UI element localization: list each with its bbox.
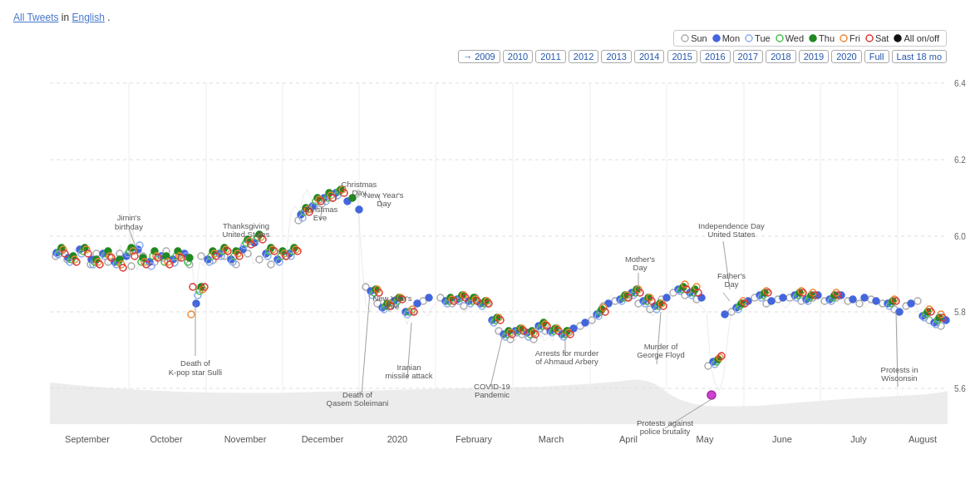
jump-button-2017[interactable]: 2017	[733, 50, 763, 63]
svg-point-184	[861, 294, 868, 301]
legend-label: Fri	[849, 33, 860, 43]
svg-point-127	[193, 300, 199, 307]
jump-button-2010[interactable]: 2010	[503, 50, 533, 63]
subtitle-period: .	[107, 12, 110, 23]
svg-point-315	[186, 254, 193, 261]
legend-item-sat[interactable]: Sat	[865, 33, 889, 43]
jump-button-2016[interactable]: 2016	[700, 50, 730, 63]
jump-button-2019[interactable]: 2019	[799, 50, 829, 63]
jump-button-last18mo[interactable]: Last 18 mo	[892, 50, 947, 63]
svg-text:November: November	[224, 434, 267, 444]
svg-point-167	[663, 294, 670, 301]
jump-row: → 2009 2010 2011 2012 2013 2014 2015 201…	[0, 48, 980, 67]
jump-button-2014[interactable]: 2014	[634, 50, 664, 63]
legend-item-fri[interactable]: Fri	[840, 33, 860, 43]
legend-label: All on/off	[904, 33, 939, 43]
svg-text:Pandemic: Pandemic	[475, 390, 510, 399]
legend-label: Mon	[722, 33, 740, 43]
subtitle: All Tweets in English .	[0, 12, 980, 28]
svg-text:Eve: Eve	[386, 302, 399, 311]
jump-button-2011[interactable]: 2011	[535, 50, 565, 63]
svg-text:6.4: 6.4	[954, 79, 966, 88]
svg-text:birthday: birthday	[115, 222, 143, 231]
svg-point-146	[414, 300, 421, 307]
svg-text:United States: United States	[707, 230, 755, 239]
legend-item-wed[interactable]: Wed	[776, 33, 804, 43]
svg-text:Death of: Death of	[180, 358, 210, 368]
svg-text:December: December	[302, 434, 344, 444]
page-title	[0, 0, 980, 12]
svg-point-4	[810, 35, 816, 42]
svg-point-183	[849, 296, 856, 303]
svg-text:2020: 2020	[387, 434, 407, 444]
svg-point-187	[896, 309, 903, 315]
svg-text:6.2: 6.2	[954, 156, 966, 165]
legend-label: Thu	[819, 33, 835, 43]
legend-label: Sat	[875, 33, 889, 43]
svg-text:Eve: Eve	[313, 213, 327, 222]
svg-point-141	[356, 206, 362, 213]
svg-point-185	[873, 298, 879, 304]
svg-text:5.6: 5.6	[954, 384, 966, 393]
svg-text:of Ahmaud Arbery: of Ahmaud Arbery	[535, 357, 598, 366]
svg-text:K-pop star Sulli: K-pop star Sulli	[169, 368, 222, 377]
legend-item-thu[interactable]: Thu	[809, 33, 835, 43]
svg-text:Day: Day	[725, 279, 739, 289]
all-tweets-link[interactable]: All Tweets	[13, 12, 58, 23]
svg-text:police brutality: police brutality	[640, 427, 691, 436]
svg-point-311	[140, 254, 146, 261]
legend-label: Tue	[755, 33, 771, 43]
jump-button-2018[interactable]: 2018	[766, 50, 795, 63]
day-legend: SunMonTueWedThuFriSatAll on/off	[673, 30, 947, 47]
jump-button-2012[interactable]: 2012	[569, 50, 598, 63]
svg-point-177	[780, 294, 786, 301]
svg-point-7	[894, 35, 901, 42]
svg-point-3	[776, 35, 783, 42]
svg-point-1	[713, 35, 720, 42]
svg-text:5.8: 5.8	[954, 308, 966, 317]
english-link[interactable]: English	[72, 12, 105, 23]
svg-point-160	[582, 319, 588, 326]
legend-item-sun[interactable]: Sun	[681, 33, 707, 43]
svg-point-6	[866, 35, 873, 42]
chart-container: 6.4 6.2 6.0 5.8 5.6 September October No…	[0, 67, 980, 457]
svg-point-2	[746, 35, 752, 42]
svg-text:September: September	[65, 434, 110, 444]
svg-point-5	[840, 35, 847, 42]
svg-text:October: October	[150, 434, 182, 444]
legend-item-tue[interactable]: Tue	[745, 33, 771, 43]
svg-text:6.0: 6.0	[954, 232, 966, 241]
jump-button-2015[interactable]: 2015	[667, 50, 697, 63]
legend-item-mon[interactable]: Mon	[712, 33, 740, 43]
legend-item-allonoff[interactable]: All on/off	[894, 33, 939, 43]
chart-svg: 6.4 6.2 6.0 5.8 5.6 September October No…	[0, 67, 980, 457]
svg-text:Day: Day	[377, 199, 392, 208]
svg-text:April: April	[619, 434, 638, 444]
jump-button-2013[interactable]: 2013	[601, 50, 631, 63]
svg-point-176	[768, 298, 775, 304]
svg-text:June: June	[772, 434, 792, 444]
svg-text:August: August	[909, 434, 937, 444]
controls-row: SunMonTueWedThuFriSatAll on/off	[0, 28, 980, 48]
svg-text:missile attack: missile attack	[385, 371, 432, 380]
svg-text:Day: Day	[633, 263, 648, 272]
jump-button-2020[interactable]: 2020	[831, 50, 861, 63]
jump-button-full[interactable]: Full	[864, 50, 889, 63]
svg-text:July: July	[850, 434, 867, 444]
svg-text:May: May	[697, 434, 714, 444]
svg-text:United States: United States	[222, 230, 269, 239]
legend-label: Wed	[785, 33, 804, 43]
svg-text:Qasem Soleimani: Qasem Soleimani	[327, 398, 389, 408]
svg-point-172	[721, 311, 728, 318]
svg-point-0	[682, 35, 688, 42]
svg-text:Wisconsin: Wisconsin	[881, 373, 917, 383]
svg-text:March: March	[539, 434, 564, 444]
svg-point-188	[908, 300, 914, 307]
subtitle-in: in	[62, 12, 72, 23]
svg-point-147	[426, 294, 432, 301]
svg-text:Jimin's: Jimin's	[117, 213, 141, 222]
svg-text:George Floyd: George Floyd	[637, 350, 685, 359]
legend-label: Sun	[691, 33, 707, 43]
svg-point-472	[707, 391, 716, 399]
jump-button-2009[interactable]: → 2009	[458, 50, 500, 63]
